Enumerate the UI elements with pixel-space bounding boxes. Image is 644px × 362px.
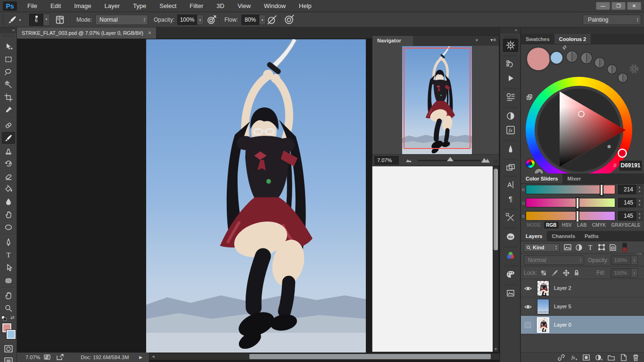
layers-opacity-box[interactable]: 100% [611,255,631,265]
g-slider[interactable] [526,198,615,207]
workspace-dropdown[interactable]: Painting▲▼ [583,15,641,25]
b-value[interactable]: 145 [618,211,636,221]
quick-selection-tool[interactable] [2,79,15,90]
tab-coolorus[interactable]: Coolorus 2 [554,34,591,44]
menu-file[interactable]: File [21,0,44,12]
layer-name[interactable]: Layer 5 [554,297,571,316]
layer-thumbnail[interactable] [537,280,549,296]
menu-select[interactable]: Select [153,0,183,12]
tablet-opacity-button[interactable] [206,12,217,27]
g-stepper[interactable]: ▲▼ [636,198,643,207]
horizontal-scroll-thumb[interactable] [249,354,491,359]
healing-brush-tool[interactable] [2,119,15,131]
scroll-left-arrow-icon[interactable]: ◄ [151,354,155,359]
history-brush-tool[interactable] [2,157,15,169]
menu-3d[interactable]: 3D [210,0,231,12]
eraser-tool[interactable] [2,170,15,182]
menu-image[interactable]: Image [67,0,98,12]
g-value[interactable]: 145 [618,198,636,207]
gear-icon[interactable] [628,63,640,74]
mode-cmyk[interactable]: CMYK [590,222,608,229]
menu-help[interactable]: Help [292,0,318,12]
filter-kind-dropdown[interactable]: Kind ▲▼ [524,243,560,252]
dock-collapse-button[interactable]: « [500,27,520,33]
filter-image-icon[interactable] [563,243,572,252]
mode-lab[interactable]: LAB [575,222,589,229]
layer-thumbnail[interactable] [537,299,549,314]
resize-grip[interactable] [493,160,498,165]
menu-filter[interactable]: Filter [183,0,210,12]
navigator-zoom-slider[interactable] [418,160,481,161]
screen-mode-button[interactable] [4,356,13,362]
expand-panel-icon[interactable]: » [475,37,478,42]
layer-name[interactable]: Layer 0 [554,316,571,334]
path-selection-tool[interactable] [2,262,15,273]
delete-layer-icon[interactable] [632,354,640,362]
marquee-tool[interactable] [2,53,15,65]
panel-menu-icon[interactable]: ▾≡ [490,37,496,42]
paragraph-panel-icon[interactable]: ¶ [503,192,518,206]
r-value[interactable]: 214 [618,185,636,194]
layer-row[interactable]: Layer 2 [521,279,644,297]
new-layer-icon[interactable] [619,354,627,362]
history-panel-icon[interactable] [503,58,518,71]
menu-edit[interactable]: Edit [44,0,67,12]
sponge-tool[interactable] [2,221,15,233]
flow-caret[interactable]: ▼ [259,15,266,25]
zoom-out-icon[interactable] [405,158,412,163]
mode-rgb[interactable]: RGB [544,222,558,229]
eyedropper-tool[interactable] [2,104,15,116]
brush-panel-icon[interactable] [503,142,518,156]
mode-grayscale[interactable]: GRAYSCALE [610,222,643,229]
shape-tool[interactable] [2,274,15,286]
opacity-box[interactable]: 100% ▼ [177,12,204,27]
status-play-icon[interactable]: ▶ [139,355,142,360]
swap-colors-icon[interactable]: ⇄ [10,315,14,320]
sv-selector[interactable] [578,111,584,117]
adjustments-panel-icon[interactable] [503,109,518,123]
blur-tool[interactable] [2,196,15,207]
filter-toggle-switch[interactable] [621,243,628,252]
visibility-toggle[interactable] [521,279,535,297]
r-stepper[interactable]: ▲▼ [636,185,643,194]
status-zoom[interactable]: 7.07% [25,354,40,360]
background-color-swatch[interactable] [7,330,16,339]
lock-position-icon[interactable] [562,269,570,277]
toolbox-collapse-button[interactable]: » [0,27,17,33]
move-tool[interactable] [2,41,15,52]
tab-paths[interactable]: Paths [580,231,603,241]
brush-size-box[interactable]: 6 ▼ [29,12,50,27]
type-tool[interactable]: T [2,249,15,261]
r-slider-thumb[interactable] [600,184,603,196]
gradient-tool[interactable] [2,183,15,195]
b-slider-thumb[interactable] [576,210,579,222]
tool-presets-panel-icon[interactable] [503,90,518,104]
r-slider[interactable] [526,185,615,194]
smudge-tool[interactable] [2,208,15,220]
airbrush-button[interactable] [267,12,277,27]
layer-thumbnail[interactable] [537,317,549,333]
coolorus-knob[interactable] [594,57,605,68]
layer-name[interactable]: Layer 2 [554,279,571,297]
mode-dropdown[interactable]: Normal▲▼ [95,15,148,25]
menu-window[interactable]: Window [257,0,292,12]
filter-adjustment-icon[interactable] [575,243,583,252]
swatches-panel-icon[interactable] [503,268,518,281]
navigator-tab[interactable]: Navigator [372,36,413,46]
horizontal-scrollbar[interactable]: ◄ [149,353,500,360]
pen-tool[interactable] [2,236,15,248]
tab-channels[interactable]: Channels [547,231,580,241]
g-slider-thumb[interactable] [576,197,579,209]
coolorus-background-swatch[interactable] [549,50,564,65]
wheel-mode-icon[interactable] [525,158,536,169]
kuler-panel-icon[interactable]: ku [503,230,518,243]
lasso-tool[interactable] [2,66,15,78]
status-sync-icon[interactable] [44,354,52,361]
utilities-panel-icon[interactable] [503,211,518,224]
canvas-image[interactable] [146,39,366,353]
close-tab-icon[interactable]: × [148,30,151,36]
zoom-tool[interactable] [2,302,15,314]
opacity-caret[interactable]: ▼ [631,255,638,265]
swap-colors-icon[interactable]: ⇄ [561,44,568,51]
close-button[interactable]: ✕ [627,2,641,10]
